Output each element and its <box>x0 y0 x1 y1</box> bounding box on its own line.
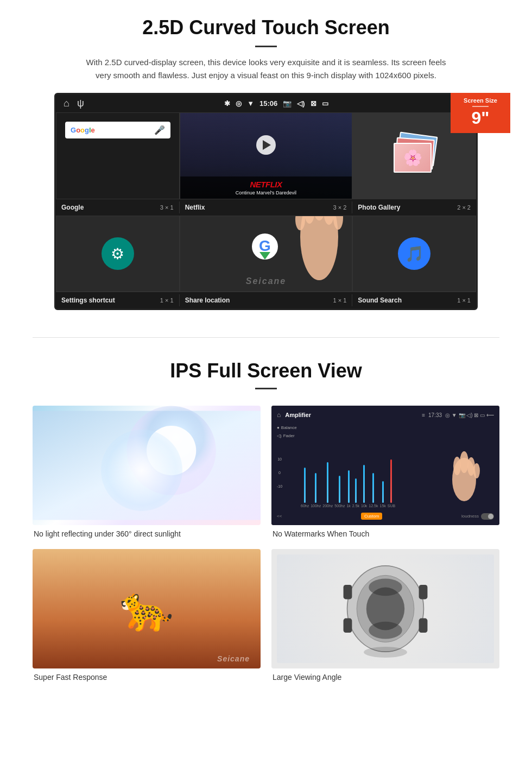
amp-header: ⌂ Amplifier ≡ 17:33 ◎ ▼ 📷 ◁) ⊠ ▭ ⟵ <box>277 411 494 419</box>
loudness-label: loudness <box>461 514 479 519</box>
amp-time: 17:33 <box>428 412 442 418</box>
section-curved-screen: 2.5D Curved Touch Screen With 2.5D curve… <box>0 0 532 321</box>
bluetooth-icon: ✱ <box>224 99 230 108</box>
settings-grid-size: 1 × 1 <box>160 297 174 304</box>
app-grid-row2: ⚙ G <box>56 216 476 292</box>
photo-gallery-label-cell: Photo Gallery 2 × 2 <box>352 201 476 213</box>
loudness-toggle[interactable] <box>481 513 494 520</box>
svg-text:G: G <box>259 237 271 254</box>
cheetah-image: Seicane <box>33 549 261 668</box>
maps-app-cell[interactable]: G <box>180 216 353 292</box>
netflix-label-cell: Netflix 3 × 2 <box>180 201 353 213</box>
loudness-toggle-group: loudness <box>461 513 494 520</box>
netflix-app-name: Netflix <box>185 204 205 211</box>
section1-title: 2.5D Curved Touch Screen <box>33 16 499 39</box>
cheetah-card: Seicane Super Fast Response <box>33 549 261 682</box>
netflix-overlay: NETFLIX Continue Marvel's Daredevil <box>180 176 352 199</box>
maps-grid-size: 1 × 1 <box>333 297 347 304</box>
status-center: ✱ ◎ ▼ 15:06 📷 ◁) ⊠ ▭ <box>224 99 328 108</box>
amp-title: Amplifier <box>285 412 311 418</box>
volume-icon: ◁) <box>297 99 305 108</box>
svg-point-14 <box>453 457 461 475</box>
status-bar: ⌂ ψ ✱ ◎ ▼ 15:06 📷 ◁) ⊠ ▭ <box>56 94 476 112</box>
netflix-logo: NETFLIX <box>185 180 348 189</box>
photo-gallery-grid-size: 2 × 2 <box>457 204 471 211</box>
head-unit-screen: ⌂ ψ ✱ ◎ ▼ 15:06 📷 ◁) ⊠ ▭ <box>54 93 478 310</box>
time-display: 15:06 <box>259 99 277 108</box>
amp-custom-button[interactable]: Custom <box>361 513 383 520</box>
amp-footer: << Custom loudness <box>277 513 494 520</box>
section-divider <box>33 337 499 338</box>
amp-home-icon: ⌂ <box>277 411 281 419</box>
amp-bar-100hz: 100hz <box>311 473 321 508</box>
play-triangle-icon <box>263 140 271 150</box>
flower-icon: 🌸 <box>403 149 422 167</box>
section-ips-screen: IPS Full Screen View <box>0 354 532 698</box>
netflix-app-cell[interactable]: NETFLIX Continue Marvel's Daredevil <box>180 112 353 199</box>
home-icon[interactable]: ⌂ <box>64 98 69 109</box>
settings-label-cell: Settings shortcut 1 × 1 <box>56 294 180 306</box>
settings-gear-icon: ⚙ <box>111 245 124 263</box>
svg-point-16 <box>473 463 480 478</box>
sunlight-label: No light reflecting under 360° direct su… <box>33 529 261 538</box>
svg-point-3 <box>300 216 338 280</box>
car-image <box>271 549 499 668</box>
netflix-play-button[interactable] <box>256 135 276 155</box>
car-label: Large Viewing Angle <box>271 673 499 682</box>
netflix-subtitle: Continue Marvel's Daredevil <box>185 190 348 195</box>
amp-bar-15k: 15k <box>379 481 385 508</box>
amplifier-label: No Watermarks When Touch <box>271 529 499 538</box>
svg-point-10 <box>126 406 216 495</box>
camera-icon: 📷 <box>283 99 292 108</box>
sunlight-image <box>33 406 261 525</box>
netflix-grid-size: 3 × 2 <box>333 204 347 211</box>
google-grid-size: 3 × 1 <box>160 204 174 211</box>
settings-app-name: Settings shortcut <box>61 297 115 304</box>
app-labels-row2: Settings shortcut 1 × 1 Share location 1… <box>56 292 476 308</box>
amp-bar-1k: 1k <box>346 470 350 508</box>
section1-description: With 2.5D curved-display screen, this de… <box>81 56 451 82</box>
amp-number-scale: 10 0 -10 <box>277 438 299 508</box>
wifi-icon: ▼ <box>247 99 254 108</box>
app-labels-row1: Google 3 × 1 Netflix 3 × 2 Photo Gallery… <box>56 199 476 216</box>
music-icon-background: 🎵 <box>398 237 430 270</box>
amp-bar-2-5k: 2.5k <box>352 478 359 508</box>
svg-point-11 <box>147 426 196 475</box>
amp-eq-icon: ≡ <box>422 412 425 418</box>
cheetah-label: Super Fast Response <box>33 673 261 682</box>
badge-size: 9" <box>472 108 490 128</box>
google-logo: Google <box>71 126 95 134</box>
screen-size-badge: Screen Size 9" <box>451 93 510 133</box>
maps-icon: G <box>250 231 282 276</box>
google-app-name: Google <box>61 204 84 211</box>
badge-divider <box>472 106 489 107</box>
maps-app-name: Share location <box>185 297 230 304</box>
sunlight-card: No light reflecting under 360° direct su… <box>33 406 261 538</box>
touch-hand-overlay <box>445 447 483 509</box>
window-icon: ▭ <box>322 99 328 108</box>
google-search-bar[interactable]: Google 🎤 <box>65 122 170 138</box>
google-label-cell: Google 3 × 1 <box>56 201 180 213</box>
svg-point-13 <box>460 451 468 473</box>
amp-screen: ⌂ Amplifier ≡ 17:33 ◎ ▼ 📷 ◁) ⊠ ▭ ⟵ <box>271 406 499 525</box>
amplifier-card: ⌂ Amplifier ≡ 17:33 ◎ ▼ 📷 ◁) ⊠ ▭ ⟵ <box>271 406 499 538</box>
amplifier-image: ⌂ Amplifier ≡ 17:33 ◎ ▼ 📷 ◁) ⊠ ▭ ⟵ <box>271 406 499 525</box>
car-card: Large Viewing Angle <box>271 549 499 682</box>
car-viewing-angle-effect <box>277 554 494 663</box>
section2-title: IPS Full Screen View <box>33 359 499 382</box>
amp-bar-sub: SUB <box>388 459 395 508</box>
amp-status-icons: ◎ ▼ 📷 ◁) ⊠ ▭ ⟵ <box>445 412 494 418</box>
sound-search-label-cell: Sound Search 1 × 1 <box>352 294 476 306</box>
balance-label: ● Balance <box>277 425 299 430</box>
microphone-icon[interactable]: 🎤 <box>154 125 165 135</box>
settings-app-cell[interactable]: ⚙ <box>56 216 180 292</box>
sound-search-app-name: Sound Search <box>358 297 402 304</box>
google-app-cell[interactable]: Google 🎤 <box>56 112 180 199</box>
usb-icon: ψ <box>77 98 84 109</box>
section1-title-underline <box>255 46 277 47</box>
amp-nav-back[interactable]: << <box>277 514 282 519</box>
cheetah-watermark: Seicane <box>217 654 250 663</box>
sound-search-app-cell[interactable]: 🎵 <box>352 216 476 292</box>
app-grid-row1: Google 🎤 NETFLIX Continue Marvel's Dared… <box>56 112 476 199</box>
ips-image-grid: No light reflecting under 360° direct su… <box>33 406 499 682</box>
